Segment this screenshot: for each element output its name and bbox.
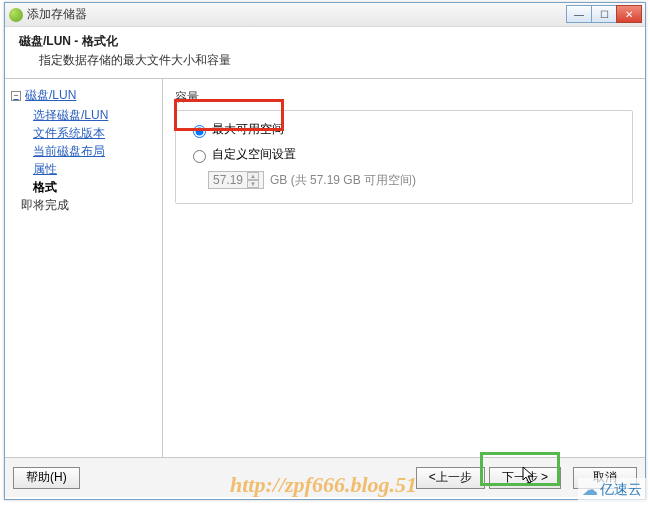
capacity-label: 容量 [175, 89, 633, 106]
step-select-disk[interactable]: 选择磁盘/LUN [33, 106, 156, 124]
wizard-header: 磁盘/LUN - 格式化 指定数据存储的最大文件大小和容量 [5, 27, 645, 79]
step-disk-lun[interactable]: − 磁盘/LUN [11, 87, 156, 104]
step-ready-complete: 即将完成 [21, 196, 156, 214]
app-icon [9, 8, 23, 22]
step-filesystem-version[interactable]: 文件系统版本 [33, 124, 156, 142]
step-current-layout[interactable]: 当前磁盘布局 [33, 142, 156, 160]
tree-collapse-icon[interactable]: − [11, 91, 21, 101]
capacity-group: 最大可用空间 自定义空间设置 57.19 ▲ ▼ GB (共 57.19 GB … [175, 110, 633, 204]
help-button[interactable]: 帮助(H) [13, 467, 80, 489]
cloud-icon: ☁ [582, 480, 598, 499]
window-title: 添加存储器 [27, 6, 87, 23]
spinner-down-icon[interactable]: ▼ [247, 180, 259, 188]
back-button[interactable]: <上一步 [416, 467, 485, 489]
step-format-current: 格式 [33, 178, 156, 196]
radio-custom-space-row[interactable]: 自定义空间设置 [188, 146, 620, 163]
dialog-window: 添加存储器 — ☐ ✕ 磁盘/LUN - 格式化 指定数据存储的最大文件大小和容… [4, 2, 646, 500]
radio-max-space-label: 最大可用空间 [212, 121, 284, 138]
wizard-title: 磁盘/LUN - 格式化 [19, 33, 631, 50]
maximize-button[interactable]: ☐ [591, 5, 617, 23]
size-spinner[interactable]: ▲ ▼ [247, 172, 259, 188]
custom-size-input[interactable]: 57.19 ▲ ▼ [208, 171, 264, 189]
brand-text: 亿速云 [600, 481, 642, 499]
wizard-footer: 帮助(H) <上一步 下一步 > 取消 [5, 457, 645, 497]
radio-custom-space-label: 自定义空间设置 [212, 146, 296, 163]
close-button[interactable]: ✕ [616, 5, 642, 23]
custom-size-suffix: GB (共 57.19 GB 可用空间) [270, 172, 416, 189]
next-button[interactable]: 下一步 > [489, 467, 561, 489]
minimize-button[interactable]: — [566, 5, 592, 23]
wizard-steps-sidebar: − 磁盘/LUN 选择磁盘/LUN 文件系统版本 当前磁盘布局 属性 格式 即将… [5, 79, 163, 457]
radio-custom-space[interactable] [193, 150, 206, 163]
spinner-up-icon[interactable]: ▲ [247, 172, 259, 180]
step-properties[interactable]: 属性 [33, 160, 156, 178]
main-panel: 容量 最大可用空间 自定义空间设置 57.19 ▲ ▼ [163, 79, 645, 457]
radio-max-space-row[interactable]: 最大可用空间 [188, 121, 620, 138]
wizard-subtitle: 指定数据存储的最大文件大小和容量 [39, 52, 631, 69]
brand-logo: ☁ 亿速云 [578, 478, 646, 501]
titlebar: 添加存储器 — ☐ ✕ [5, 3, 645, 27]
custom-size-row: 57.19 ▲ ▼ GB (共 57.19 GB 可用空间) [208, 171, 620, 189]
radio-max-space[interactable] [193, 125, 206, 138]
window-controls: — ☐ ✕ [567, 5, 642, 23]
wizard-body: − 磁盘/LUN 选择磁盘/LUN 文件系统版本 当前磁盘布局 属性 格式 即将… [5, 79, 645, 457]
